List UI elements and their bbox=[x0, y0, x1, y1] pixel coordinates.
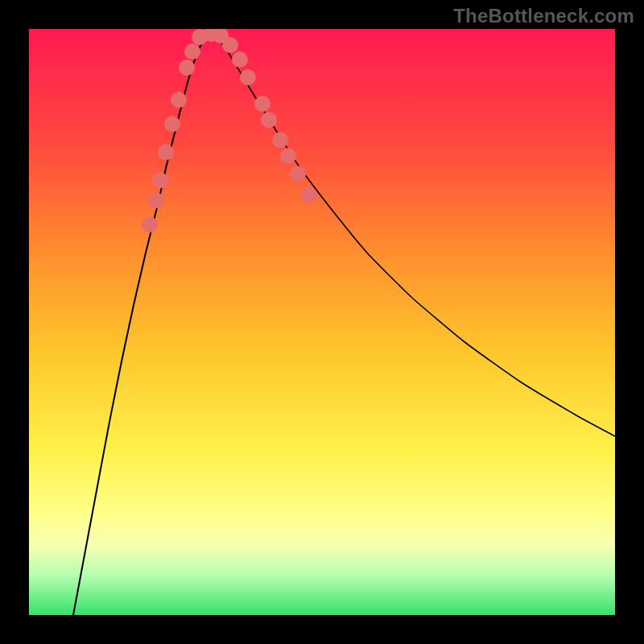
data-marker bbox=[261, 112, 277, 128]
data-marker bbox=[240, 69, 256, 85]
data-marker bbox=[179, 60, 195, 76]
data-marker bbox=[232, 52, 248, 68]
data-marker bbox=[184, 43, 200, 60]
data-marker bbox=[164, 116, 180, 132]
data-marker bbox=[290, 166, 306, 182]
data-marker bbox=[148, 192, 164, 208]
data-marker bbox=[272, 132, 288, 148]
data-marker bbox=[222, 37, 238, 53]
watermark-text: TheBottleneck.com bbox=[453, 5, 634, 27]
data-marker bbox=[152, 172, 168, 188]
data-marker bbox=[254, 96, 270, 112]
data-marker bbox=[280, 148, 296, 164]
data-marker bbox=[171, 92, 187, 108]
data-marker bbox=[301, 187, 317, 203]
data-marker bbox=[158, 144, 174, 160]
data-marker bbox=[142, 217, 158, 233]
